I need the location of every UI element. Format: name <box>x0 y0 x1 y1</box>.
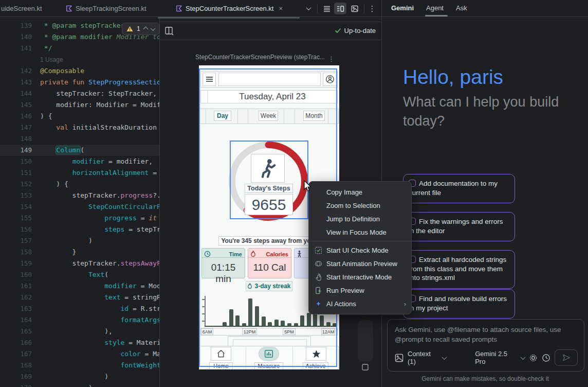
kotlin-icon <box>66 5 72 12</box>
menu-item-start-interactive-mode[interactable]: Start Interactive Mode <box>309 270 411 284</box>
editor-more-icon[interactable]: ⋮ <box>366 3 378 14</box>
usage-inlay[interactable]: 1 Usage <box>0 54 159 65</box>
gemini-subtitle: What can I help you build today? <box>403 93 576 131</box>
code-line[interactable]: 159 stepTracker.stepsAwayFrom <box>0 258 159 269</box>
code-editor[interactable]: 139 * @param stepTracker140 * @param mod… <box>0 17 159 387</box>
code-line[interactable]: 170 ) <box>0 382 159 387</box>
close-tab-icon[interactable]: × <box>279 5 283 12</box>
submenu-arrow-icon: › <box>404 300 406 308</box>
line-number: 157 <box>0 235 32 247</box>
code-line[interactable]: 156 steps = stepTracker <box>0 224 159 235</box>
next-warning-icon[interactable] <box>150 26 155 31</box>
editor-preview-divider[interactable] <box>159 17 160 387</box>
menu-item-view-in-focus-mode[interactable]: View in Focus Mode <box>309 225 411 239</box>
editor-hscrollbar[interactable] <box>158 17 300 19</box>
code-line[interactable]: 145 modifier: Modifier = Modifier <box>0 99 159 111</box>
preview-menu-icon[interactable]: ⋮ <box>328 54 335 63</box>
attach-image-icon[interactable] <box>395 354 403 362</box>
menu-item-zoom-to-selection[interactable]: Zoom to Selection <box>309 199 411 212</box>
gemini-suggestion-card-1[interactable]: Fix the warnings and errors in the edito… <box>403 212 515 241</box>
context-dropdown[interactable]: Context (1) <box>408 350 446 365</box>
code-line[interactable]: 157 ) <box>0 235 159 247</box>
code-line[interactable]: 151 horizontalAlignment = <box>0 167 159 179</box>
code-text: private fun StepProgressSection( <box>40 77 159 88</box>
code-line[interactable]: 149 Column( <box>0 145 159 156</box>
code-line[interactable]: 150 modifier = modifier, <box>0 156 159 167</box>
code-line[interactable]: 164 formatArgs <box>0 314 159 326</box>
send-button[interactable] <box>555 349 578 366</box>
inspection-widget[interactable]: 1 <box>122 23 159 35</box>
model-dropdown[interactable]: Gemini 2.5 Pro <box>475 350 525 365</box>
menu-item-copy-image[interactable]: Copy Image <box>309 185 411 199</box>
code-line[interactable]: 152 ) { <box>0 179 159 190</box>
menu-item-jump-to-definition[interactable]: Jump to Definition <box>309 212 411 225</box>
code-line[interactable]: 146) { <box>0 111 159 122</box>
code-line[interactable]: 147 val initialStreakDuration = <box>0 122 159 133</box>
gemini-suggestion-card-0[interactable]: Add documentation to my current file <box>403 174 515 203</box>
code-line[interactable]: 162 text = stringResource <box>0 292 159 303</box>
warning-count: 1 <box>137 25 140 32</box>
editor-tab-0[interactable]: uideScreen.kt <box>1 0 42 17</box>
code-line[interactable]: 158 } <box>0 247 159 258</box>
line-number: 139 <box>0 20 32 31</box>
code-line[interactable]: 168 fontWeight <box>0 360 159 371</box>
menu-item-start-animation-preview[interactable]: Start Animation Preview <box>309 257 411 270</box>
code-text: color = Ma <box>40 348 159 360</box>
code-line[interactable]: 160 Text( <box>0 269 159 280</box>
suggestion-text: Find and resolve build errors in my proj… <box>409 295 507 312</box>
touch-icon <box>314 273 322 281</box>
code-line[interactable]: 165 ), <box>0 326 159 337</box>
menu-item-run-preview[interactable]: Run Preview <box>309 284 411 297</box>
code-line[interactable]: 142@Composable <box>0 65 159 77</box>
menu-item-start-ui-check-mode[interactable]: Start UI Check Mode <box>309 243 411 257</box>
ide-window: ⋮ uideScreen.ktSleepTrackingScreen.ktSte… <box>0 0 588 387</box>
code-text: StepCountCircularProgress <box>40 201 159 213</box>
code-line[interactable]: 167 color = Ma <box>0 348 159 360</box>
code-line[interactable]: 143private fun StepProgressSection( <box>0 77 159 88</box>
code-line[interactable]: 163 id = R.string <box>0 303 159 314</box>
line-number: 150 <box>0 156 32 167</box>
code-line[interactable]: 154 StepCountCircularProgress <box>0 201 159 213</box>
line-number: 155 <box>0 213 32 224</box>
prev-warning-icon[interactable] <box>143 26 148 31</box>
code-line[interactable]: 144 stepTracker: StepTracker, <box>0 88 159 99</box>
code-text: modifier = Modifier <box>40 280 159 292</box>
editor-tab-2[interactable]: StepCounterTrackerScreen.kt× <box>176 0 283 17</box>
gemini-suggestion-card-3[interactable]: Find and resolve build errors in my proj… <box>403 289 515 319</box>
line-number: 160 <box>0 269 32 280</box>
code-line[interactable]: 148 <box>0 133 159 145</box>
editor-tab-1[interactable]: SleepTrackingScreen.kt <box>66 0 146 17</box>
tab-ask[interactable]: Ask <box>456 4 467 12</box>
gemini-settings-gear-icon[interactable] <box>529 354 538 362</box>
zoom-fit-icon[interactable] <box>361 363 369 371</box>
tab-list-chevron-down-icon[interactable] <box>302 3 315 14</box>
code-line[interactable]: 169 ) <box>0 371 159 382</box>
gemini-suggestion-card-2[interactable]: Extract all hardcoded strings from this … <box>403 250 515 289</box>
gemini-panel-title: Gemini <box>391 4 414 12</box>
gemini-panel: Gemini Agent Ask Hello, paris What can I… <box>381 0 588 387</box>
history-clock-icon[interactable] <box>542 354 550 362</box>
menu-item-ai-actions[interactable]: AI Actions› <box>309 297 411 310</box>
tab-agent[interactable]: Agent <box>426 4 444 12</box>
code-line[interactable]: 155 progress = it <box>0 213 159 224</box>
gemini-input-box[interactable]: Ask Gemini, use @filename to attach sour… <box>387 319 584 372</box>
code-line[interactable]: 153 stepTracker.progress?. <box>0 190 159 201</box>
menu-item-label: Start Interactive Mode <box>326 273 392 281</box>
mouse-cursor <box>303 180 312 192</box>
line-number: 166 <box>0 337 32 348</box>
line-number: 143 <box>0 77 32 88</box>
code-line[interactable]: 161 modifier = Modifier <box>0 280 159 292</box>
preview-layout-icon[interactable] <box>164 26 174 36</box>
line-number: 145 <box>0 99 32 111</box>
code-text: 1 Usage <box>40 54 63 65</box>
design-view-icon[interactable] <box>348 3 361 14</box>
code-text: Column( <box>40 145 84 156</box>
line-number: 154 <box>0 201 32 213</box>
code-line[interactable]: 166 style = MaterialThe <box>0 337 159 348</box>
editor-tab-bar: ⋮ uideScreen.ktSleepTrackingScreen.ktSte… <box>0 0 381 17</box>
code-line[interactable]: 141 */ <box>0 43 159 54</box>
split-view-icon[interactable] <box>334 3 346 14</box>
code-view-icon[interactable] <box>321 3 333 14</box>
run-icon <box>314 286 322 294</box>
line-number: 168 <box>0 360 32 371</box>
